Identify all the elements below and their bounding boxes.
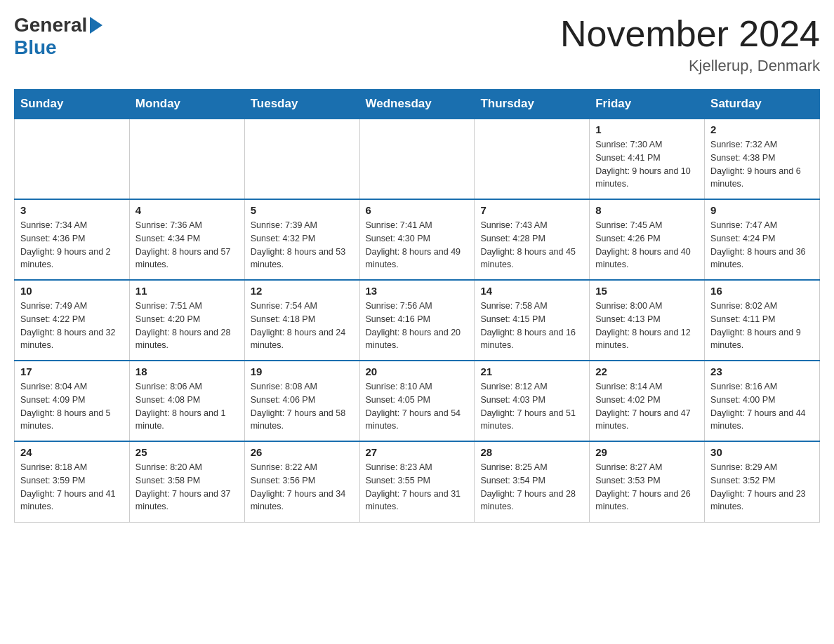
day-cell: 2Sunrise: 7:32 AMSunset: 4:38 PMDaylight… — [705, 119, 820, 199]
day-info: Sunrise: 7:32 AMSunset: 4:38 PMDaylight:… — [710, 138, 814, 191]
day-info: Sunrise: 7:45 AMSunset: 4:26 PMDaylight:… — [595, 219, 699, 271]
day-number: 24 — [20, 446, 124, 458]
day-cell: 8Sunrise: 7:45 AMSunset: 4:26 PMDaylight… — [590, 199, 705, 280]
day-number: 4 — [135, 204, 239, 216]
day-number: 13 — [366, 285, 469, 297]
day-info: Sunrise: 7:54 AMSunset: 4:18 PMDaylight:… — [251, 300, 354, 352]
col-header-thursday: Thursday — [475, 90, 590, 119]
day-info: Sunrise: 7:49 AMSunset: 4:22 PMDaylight:… — [20, 300, 124, 352]
day-number: 18 — [135, 365, 239, 377]
day-number: 19 — [251, 365, 354, 377]
day-cell: 9Sunrise: 7:47 AMSunset: 4:24 PMDaylight… — [705, 199, 820, 280]
day-number: 25 — [135, 446, 239, 458]
day-info: Sunrise: 8:06 AMSunset: 4:08 PMDaylight:… — [135, 380, 239, 433]
day-info: Sunrise: 7:56 AMSunset: 4:16 PMDaylight:… — [366, 300, 469, 352]
day-cell: 3Sunrise: 7:34 AMSunset: 4:36 PMDaylight… — [15, 199, 130, 280]
day-cell: 16Sunrise: 8:02 AMSunset: 4:11 PMDayligh… — [705, 280, 820, 361]
month-title: November 2024 — [560, 14, 820, 54]
day-number: 17 — [20, 365, 124, 377]
day-cell: 19Sunrise: 8:08 AMSunset: 4:06 PMDayligh… — [244, 361, 359, 441]
day-cell: 25Sunrise: 8:20 AMSunset: 3:58 PMDayligh… — [129, 441, 244, 522]
logo-blue-text: Blue — [14, 36, 57, 59]
day-cell — [244, 119, 359, 199]
day-cell: 24Sunrise: 8:18 AMSunset: 3:59 PMDayligh… — [15, 441, 130, 522]
day-number: 5 — [251, 204, 354, 216]
day-cell — [15, 119, 130, 199]
logo-general-text: General — [14, 14, 87, 36]
day-number: 16 — [710, 285, 814, 297]
day-info: Sunrise: 8:04 AMSunset: 4:09 PMDaylight:… — [20, 380, 124, 433]
day-cell: 27Sunrise: 8:23 AMSunset: 3:55 PMDayligh… — [359, 441, 475, 522]
day-cell: 12Sunrise: 7:54 AMSunset: 4:18 PMDayligh… — [244, 280, 359, 361]
day-info: Sunrise: 8:23 AMSunset: 3:55 PMDaylight:… — [366, 461, 469, 514]
week-row-2: 3Sunrise: 7:34 AMSunset: 4:36 PMDaylight… — [15, 199, 820, 280]
day-cell: 5Sunrise: 7:39 AMSunset: 4:32 PMDaylight… — [244, 199, 359, 280]
day-cell: 13Sunrise: 7:56 AMSunset: 4:16 PMDayligh… — [359, 280, 475, 361]
day-cell: 30Sunrise: 8:29 AMSunset: 3:52 PMDayligh… — [705, 441, 820, 522]
day-info: Sunrise: 7:41 AMSunset: 4:30 PMDaylight:… — [366, 219, 469, 271]
day-info: Sunrise: 7:39 AMSunset: 4:32 PMDaylight:… — [251, 219, 354, 271]
day-number: 2 — [710, 123, 814, 135]
day-info: Sunrise: 7:58 AMSunset: 4:15 PMDaylight:… — [480, 300, 583, 352]
day-cell: 15Sunrise: 8:00 AMSunset: 4:13 PMDayligh… — [590, 280, 705, 361]
day-info: Sunrise: 8:25 AMSunset: 3:54 PMDaylight:… — [480, 461, 583, 514]
day-number: 21 — [480, 365, 583, 377]
day-cell: 20Sunrise: 8:10 AMSunset: 4:05 PMDayligh… — [359, 361, 475, 441]
day-cell: 29Sunrise: 8:27 AMSunset: 3:53 PMDayligh… — [590, 441, 705, 522]
day-number: 28 — [480, 446, 583, 458]
day-cell: 7Sunrise: 7:43 AMSunset: 4:28 PMDaylight… — [475, 199, 590, 280]
day-info: Sunrise: 7:51 AMSunset: 4:20 PMDaylight:… — [135, 300, 239, 352]
day-info: Sunrise: 7:47 AMSunset: 4:24 PMDaylight:… — [710, 219, 814, 271]
day-cell: 18Sunrise: 8:06 AMSunset: 4:08 PMDayligh… — [129, 361, 244, 441]
day-number: 1 — [595, 123, 699, 135]
day-info: Sunrise: 8:27 AMSunset: 3:53 PMDaylight:… — [595, 461, 699, 514]
col-header-saturday: Saturday — [705, 90, 820, 119]
day-number: 7 — [480, 204, 583, 216]
day-number: 15 — [595, 285, 699, 297]
day-number: 11 — [135, 285, 239, 297]
week-row-1: 1Sunrise: 7:30 AMSunset: 4:41 PMDaylight… — [15, 119, 820, 199]
day-info: Sunrise: 8:14 AMSunset: 4:02 PMDaylight:… — [595, 380, 699, 433]
day-info: Sunrise: 8:10 AMSunset: 4:05 PMDaylight:… — [366, 380, 469, 433]
week-row-5: 24Sunrise: 8:18 AMSunset: 3:59 PMDayligh… — [15, 441, 820, 522]
logo: General Blue — [14, 14, 102, 59]
week-row-4: 17Sunrise: 8:04 AMSunset: 4:09 PMDayligh… — [15, 361, 820, 441]
day-info: Sunrise: 8:16 AMSunset: 4:00 PMDaylight:… — [710, 380, 814, 433]
day-cell: 14Sunrise: 7:58 AMSunset: 4:15 PMDayligh… — [475, 280, 590, 361]
day-cell: 17Sunrise: 8:04 AMSunset: 4:09 PMDayligh… — [15, 361, 130, 441]
day-cell: 23Sunrise: 8:16 AMSunset: 4:00 PMDayligh… — [705, 361, 820, 441]
day-number: 12 — [251, 285, 354, 297]
day-info: Sunrise: 8:18 AMSunset: 3:59 PMDaylight:… — [20, 461, 124, 514]
col-header-monday: Monday — [129, 90, 244, 119]
day-cell: 26Sunrise: 8:22 AMSunset: 3:56 PMDayligh… — [244, 441, 359, 522]
day-number: 8 — [595, 204, 699, 216]
day-info: Sunrise: 8:00 AMSunset: 4:13 PMDaylight:… — [595, 300, 699, 352]
day-number: 9 — [710, 204, 814, 216]
day-cell: 11Sunrise: 7:51 AMSunset: 4:20 PMDayligh… — [129, 280, 244, 361]
day-number: 6 — [366, 204, 469, 216]
day-number: 27 — [366, 446, 469, 458]
col-header-sunday: Sunday — [15, 90, 130, 119]
title-block: November 2024 Kjellerup, Denmark — [560, 14, 820, 75]
day-cell — [129, 119, 244, 199]
day-number: 26 — [251, 446, 354, 458]
page-header: General Blue November 2024 Kjellerup, De… — [14, 14, 820, 75]
week-row-3: 10Sunrise: 7:49 AMSunset: 4:22 PMDayligh… — [15, 280, 820, 361]
day-cell: 21Sunrise: 8:12 AMSunset: 4:03 PMDayligh… — [475, 361, 590, 441]
day-info: Sunrise: 8:02 AMSunset: 4:11 PMDaylight:… — [710, 300, 814, 352]
col-header-wednesday: Wednesday — [359, 90, 475, 119]
day-info: Sunrise: 7:36 AMSunset: 4:34 PMDaylight:… — [135, 219, 239, 271]
calendar-table: SundayMondayTuesdayWednesdayThursdayFrid… — [14, 89, 820, 523]
day-info: Sunrise: 8:22 AMSunset: 3:56 PMDaylight:… — [251, 461, 354, 514]
day-number: 30 — [710, 446, 814, 458]
day-cell: 22Sunrise: 8:14 AMSunset: 4:02 PMDayligh… — [590, 361, 705, 441]
day-info: Sunrise: 7:30 AMSunset: 4:41 PMDaylight:… — [595, 138, 699, 191]
day-number: 10 — [20, 285, 124, 297]
col-header-friday: Friday — [590, 90, 705, 119]
col-header-tuesday: Tuesday — [244, 90, 359, 119]
day-cell: 6Sunrise: 7:41 AMSunset: 4:30 PMDaylight… — [359, 199, 475, 280]
day-number: 14 — [480, 285, 583, 297]
day-number: 20 — [366, 365, 469, 377]
location-label: Kjellerup, Denmark — [560, 57, 820, 75]
day-cell: 4Sunrise: 7:36 AMSunset: 4:34 PMDaylight… — [129, 199, 244, 280]
